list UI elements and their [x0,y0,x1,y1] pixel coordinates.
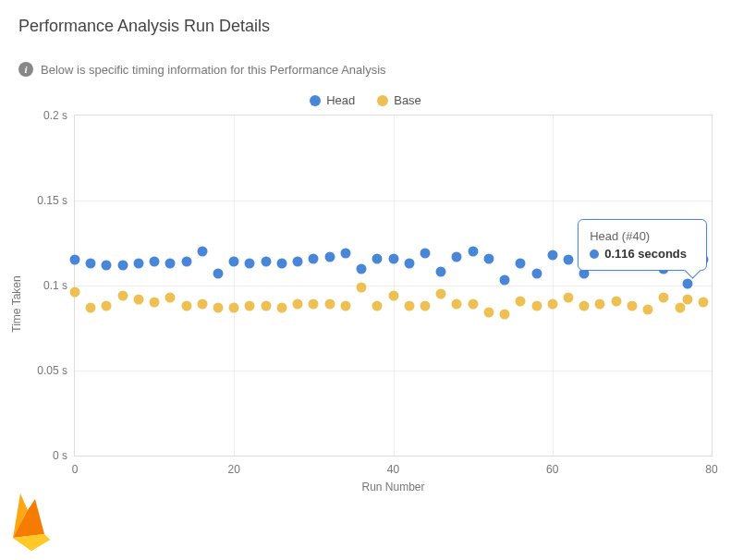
data-point[interactable] [436,289,446,299]
data-point[interactable] [579,301,590,311]
data-point[interactable] [133,294,143,304]
data-point[interactable] [117,260,128,270]
y-tick-label: 0.2 s [43,109,67,122]
data-point[interactable] [245,259,255,269]
data-point[interactable] [309,299,319,310]
data-point[interactable] [683,294,693,304]
data-point[interactable] [357,263,367,274]
page-title: Performance Analysis Run Details [18,17,713,36]
scatter-plot[interactable]: 0 s0.05 s0.1 s0.15 s0.2 s020406080Head (… [74,115,713,457]
data-point[interactable] [276,302,286,312]
data-point[interactable] [643,304,653,314]
x-tick-label: 60 [546,463,558,476]
data-point[interactable] [70,255,80,265]
data-point[interactable] [483,253,493,263]
data-point[interactable] [595,299,605,310]
data-point[interactable] [627,301,637,311]
data-point[interactable] [388,253,398,263]
x-tick-label: 80 [705,463,717,476]
data-point[interactable] [309,253,319,263]
data-point[interactable] [468,247,478,257]
firebase-logo-icon [7,488,55,553]
y-axis-label: Time Taken [10,275,23,332]
data-point[interactable] [86,259,96,269]
data-point[interactable] [229,302,239,312]
data-point[interactable] [547,299,557,310]
data-point[interactable] [388,291,398,301]
data-point[interactable] [340,249,350,259]
data-point[interactable] [372,301,383,311]
data-point[interactable] [420,301,430,311]
data-point[interactable] [699,298,709,308]
data-point[interactable] [500,275,510,286]
data-point[interactable] [197,299,207,310]
info-text: Below is specific timing information for… [41,63,386,77]
data-point[interactable] [483,308,493,318]
data-point[interactable] [245,301,255,311]
data-point[interactable] [404,301,414,311]
data-point[interactable] [531,301,542,311]
data-point[interactable] [213,269,224,279]
legend-label-head: Head [326,93,355,107]
data-point[interactable] [102,301,112,311]
legend-item-head[interactable]: Head [310,93,355,107]
data-point[interactable] [516,259,526,269]
page-header: Performance Analysis Run Details [0,0,731,45]
data-point[interactable] [516,296,526,306]
data-point[interactable] [165,259,176,269]
chart-tooltip: Head (#40)0.116 seconds [578,219,707,271]
x-tick-label: 0 [72,463,79,476]
data-point[interactable] [150,298,160,308]
x-tick-label: 40 [387,463,399,476]
data-point[interactable] [70,287,80,298]
data-point[interactable] [563,255,573,265]
grid-line-v [234,116,235,456]
data-point[interactable] [420,249,430,259]
data-point[interactable] [675,302,685,312]
data-point[interactable] [276,259,286,269]
data-point[interactable] [133,259,143,269]
data-point[interactable] [181,301,191,311]
data-point[interactable] [261,301,271,311]
tooltip-title: Head (#40) [590,229,695,243]
data-point[interactable] [468,299,478,310]
data-point[interactable] [293,257,303,267]
data-point[interactable] [117,291,128,301]
data-point[interactable] [547,250,557,260]
data-point[interactable] [531,269,542,279]
legend-label-base: Base [394,93,421,107]
data-point[interactable] [165,292,176,302]
data-point[interactable] [86,302,96,312]
y-tick-label: 0 s [53,449,67,462]
data-point[interactable] [357,282,367,292]
data-point[interactable] [324,251,335,262]
grid-line-v [553,116,554,456]
data-point[interactable] [197,247,207,257]
data-point[interactable] [500,310,510,320]
y-tick-label: 0.15 s [37,194,67,207]
data-point[interactable] [659,292,669,302]
legend-item-base[interactable]: Base [377,93,421,107]
data-point[interactable] [324,299,335,310]
info-icon: i [18,62,33,77]
data-point[interactable] [229,257,239,267]
data-point[interactable] [340,301,350,311]
data-point[interactable] [213,302,224,312]
data-point[interactable] [261,257,271,267]
data-point[interactable] [436,267,446,277]
data-point[interactable] [372,253,383,263]
data-point[interactable] [452,251,462,262]
data-point[interactable] [150,257,160,267]
data-point[interactable] [102,260,112,270]
data-point[interactable] [404,259,414,269]
data-point[interactable] [293,299,303,310]
data-point[interactable] [452,299,462,310]
data-point[interactable] [611,296,621,306]
y-tick-label: 0.1 s [43,279,67,292]
data-point[interactable] [683,279,693,289]
x-tick-label: 20 [228,463,240,476]
chart-legend: Head Base [0,86,731,115]
data-point[interactable] [181,257,191,267]
data-point[interactable] [563,292,573,302]
legend-dot-base [377,95,388,106]
